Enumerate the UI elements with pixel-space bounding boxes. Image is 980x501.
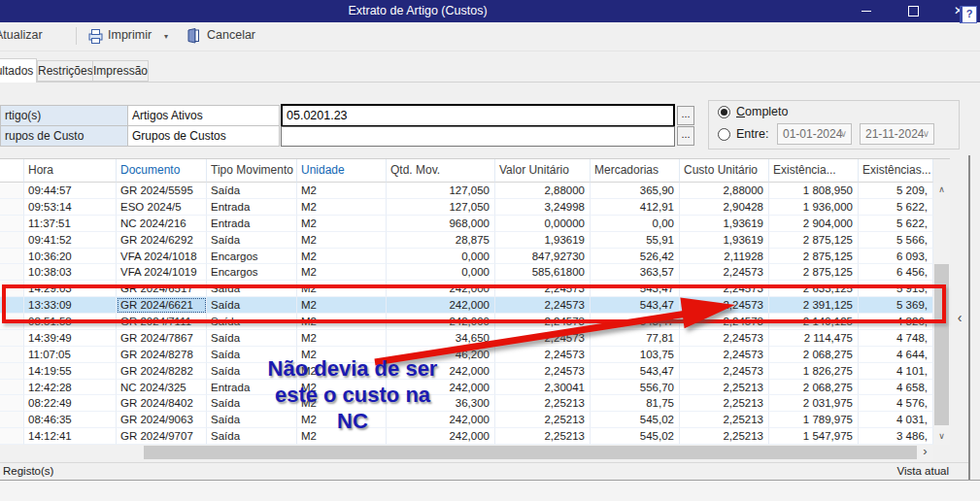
table-cell[interactable]: M2: [297, 232, 387, 249]
table-cell[interactable]: 2,11928: [680, 249, 769, 265]
column-header-selector[interactable]: [0, 159, 24, 183]
table-cell[interactable]: 6 456,: [859, 264, 933, 281]
table-cell[interactable]: 5 209,: [859, 183, 933, 199]
table-cell[interactable]: 2,88000: [680, 183, 769, 199]
row-selector[interactable]: [0, 428, 24, 445]
table-cell[interactable]: 2,25213: [680, 412, 769, 428]
scroll-down-icon[interactable]: ∨: [933, 429, 950, 445]
help-button[interactable]: ?: [960, 6, 977, 23]
table-cell[interactable]: M2: [297, 199, 387, 216]
artigo-value-input[interactable]: 05.0201.23: [281, 104, 675, 127]
tab-restricoes[interactable]: Restrições: [37, 60, 93, 82]
column-header-exist-ncias-[interactable]: Existências...: [859, 159, 933, 183]
table-cell[interactable]: 10:38:03: [24, 264, 117, 281]
table-cell[interactable]: 1 826,275: [769, 363, 859, 380]
print-dropdown-icon[interactable]: ▾: [164, 32, 168, 41]
table-cell[interactable]: 2,24573: [495, 347, 591, 363]
table-cell[interactable]: 2,90428: [680, 199, 769, 216]
table-row[interactable]: 09:41:52GR 2024/6292SaídaM228,8751,93619…: [0, 232, 933, 249]
table-cell[interactable]: 365,90: [591, 183, 680, 199]
column-header-custo-unit-rio[interactable]: Custo Unitário: [680, 159, 769, 183]
table-cell[interactable]: 2 875,125: [769, 249, 859, 265]
table-cell[interactable]: 55,91: [591, 232, 680, 249]
table-cell[interactable]: 1 547,975: [769, 428, 859, 445]
table-cell[interactable]: GR 2024/6292: [117, 232, 207, 249]
row-selector[interactable]: [0, 264, 24, 281]
grupos-custo-browse-button[interactable]: ...: [677, 126, 694, 146]
column-header-valor-unit-rio[interactable]: Valor Unitário: [495, 159, 591, 183]
radio-entre[interactable]: [718, 128, 730, 141]
table-cell[interactable]: Encargos: [207, 249, 297, 265]
table-cell[interactable]: 4 658,: [859, 380, 933, 396]
table-cell[interactable]: 2,30041: [495, 380, 591, 396]
table-cell[interactable]: 2,24573: [680, 347, 769, 363]
minimize-button[interactable]: [844, 0, 889, 22]
horizontal-scroll-thumb[interactable]: [144, 446, 917, 459]
table-cell[interactable]: GR 2024/5595: [117, 183, 207, 199]
row-selector[interactable]: [0, 249, 24, 265]
table-cell[interactable]: Entrada: [207, 199, 297, 216]
table-cell[interactable]: 11:37:51: [24, 216, 117, 232]
table-cell[interactable]: 4 644,: [859, 347, 933, 363]
table-cell[interactable]: 585,61800: [495, 264, 591, 281]
table-cell[interactable]: 5 566,: [859, 232, 933, 249]
date-to-select[interactable]: 21-11-2024 ∨: [860, 123, 934, 145]
table-cell[interactable]: M2: [297, 264, 387, 281]
table-cell[interactable]: 08:22:49: [24, 395, 117, 412]
table-cell[interactable]: M2: [297, 330, 387, 347]
table-cell[interactable]: 77,81: [591, 330, 680, 347]
table-cell[interactable]: 1 936,000: [769, 199, 859, 216]
cancel-button[interactable]: Cancelar: [207, 28, 255, 42]
table-cell[interactable]: 4 748,: [859, 330, 933, 347]
artigo-browse-button[interactable]: ...: [677, 106, 694, 125]
table-cell[interactable]: 4 031,: [859, 412, 933, 428]
table-cell[interactable]: 2,25213: [680, 395, 769, 412]
table-cell[interactable]: GR 2024/8402: [117, 395, 207, 412]
table-cell[interactable]: 2 875,125: [769, 232, 859, 249]
row-selector[interactable]: [0, 183, 24, 199]
table-cell[interactable]: 2,25213: [680, 380, 769, 396]
table-cell[interactable]: 103,75: [591, 347, 680, 363]
table-cell[interactable]: 09:53:14: [24, 199, 117, 216]
table-cell[interactable]: 10:36:20: [24, 249, 117, 265]
grupos-custo-combo[interactable]: Grupos de Custos: [127, 125, 280, 147]
table-cell[interactable]: GR 2024/9707: [117, 428, 207, 445]
table-cell[interactable]: 5 622,: [859, 216, 933, 232]
table-cell[interactable]: Entrada: [207, 216, 297, 232]
table-row[interactable]: 10:36:20VFA 2024/1018EncargosM20,000847,…: [0, 249, 933, 265]
table-cell[interactable]: 14:19:55: [24, 363, 117, 380]
table-cell[interactable]: 5 622,: [859, 199, 933, 216]
artigos-filter-combo[interactable]: Artigos Ativos: [127, 105, 280, 126]
table-cell[interactable]: 2 068,275: [769, 380, 859, 396]
table-cell[interactable]: M2: [297, 249, 387, 265]
table-cell[interactable]: 412,91: [591, 199, 680, 216]
row-selector[interactable]: [0, 216, 24, 232]
table-cell[interactable]: 34,650: [387, 330, 495, 347]
print-button[interactable]: Imprimir: [108, 28, 152, 42]
table-cell[interactable]: VFA 2024/1019: [117, 264, 207, 281]
table-cell[interactable]: 0,000: [387, 249, 495, 265]
row-selector[interactable]: [0, 412, 24, 428]
scroll-up-icon[interactable]: ∧: [933, 183, 950, 198]
column-header-hora[interactable]: Hora: [24, 159, 117, 183]
table-cell[interactable]: 2,24573: [495, 330, 591, 347]
table-cell[interactable]: 6 093,: [859, 249, 933, 265]
grupos-custo-input[interactable]: [281, 126, 675, 147]
table-cell[interactable]: M2: [297, 216, 387, 232]
table-cell[interactable]: GR 2024/8278: [117, 347, 207, 363]
table-cell[interactable]: M2: [297, 183, 387, 199]
table-cell[interactable]: 2,25213: [495, 412, 591, 428]
table-cell[interactable]: 127,050: [387, 199, 495, 216]
table-cell[interactable]: 2 031,975: [769, 395, 859, 412]
table-cell[interactable]: 127,050: [387, 183, 495, 199]
table-cell[interactable]: 2,25213: [680, 428, 769, 445]
table-cell[interactable]: 545,02: [591, 428, 680, 445]
table-cell[interactable]: GR 2024/9063: [117, 412, 207, 428]
collapse-panel-icon[interactable]: ‹: [954, 309, 965, 328]
table-cell[interactable]: NC 2024/216: [117, 216, 207, 232]
table-cell[interactable]: GR 2024/7867: [117, 330, 207, 347]
table-cell[interactable]: 08:46:35: [24, 412, 117, 428]
column-header-documento[interactable]: Documento: [117, 159, 207, 183]
table-cell[interactable]: 0,000: [387, 264, 495, 281]
table-cell[interactable]: 543,47: [591, 363, 680, 380]
